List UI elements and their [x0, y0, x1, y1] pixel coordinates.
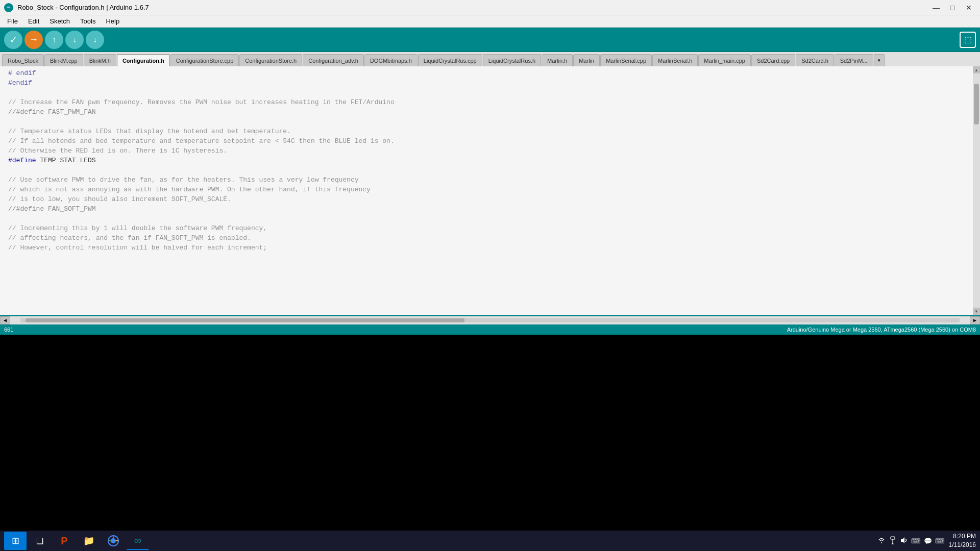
taskbar: ⊞ ❑ P 📁 ∞ ⌨ 💬 ⌨ 8:20 PM: [0, 531, 980, 551]
console-area: [0, 335, 980, 531]
code-line: //#define FAN_SOFT_PWM: [8, 204, 972, 214]
tab-sd2pinm[interactable]: Sd2PinM...: [835, 54, 873, 66]
line-number: 661: [4, 327, 13, 333]
clock-time: 8:20 PM: [949, 532, 976, 541]
menu-bar: File Edit Sketch Tools Help: [0, 15, 980, 28]
code-line: // Otherwise the RED led is on. There is…: [8, 146, 972, 156]
systray-chat-icon[interactable]: 💬: [924, 537, 932, 545]
tab-marlin-main[interactable]: Marlin_main.cpp: [698, 54, 751, 66]
systray-icons: ⌨ 💬 ⌨: [877, 536, 945, 546]
scroll-thumb[interactable]: [974, 84, 979, 124]
code-line: // which is not ass annoying as with the…: [8, 185, 972, 194]
tab-blinkm-cpp[interactable]: BlinkM.cpp: [44, 54, 83, 66]
svg-rect-2: [891, 537, 895, 539]
svg-marker-5: [901, 537, 904, 543]
tab-configuration-h[interactable]: Configuration.h: [117, 54, 170, 66]
hscroll-right-button[interactable]: ▶: [970, 316, 980, 324]
code-line: // Increase the FAN pwm frequency. Remov…: [8, 97, 972, 107]
taskbar-chrome[interactable]: [102, 532, 125, 550]
tab-marlin[interactable]: Marlin: [573, 54, 600, 66]
verify-button[interactable]: ✓: [4, 31, 22, 49]
save-button[interactable]: ↓: [86, 31, 104, 49]
new-button[interactable]: ↑: [45, 31, 63, 49]
taskbar-file-explorer[interactable]: 📁: [78, 532, 100, 550]
app-logo: ∞: [4, 3, 13, 12]
tab-sd2card-h[interactable]: Sd2Card.h: [796, 54, 834, 66]
open-button[interactable]: ↓: [65, 31, 84, 49]
code-line: // is too low, you should also increment…: [8, 194, 972, 204]
horizontal-scrollbar[interactable]: ◀ ▶: [0, 316, 980, 324]
code-line: [8, 165, 972, 175]
status-bar: 661 Arduino/Genuino Mega or Mega 2560, A…: [0, 324, 980, 335]
serial-monitor-button[interactable]: ⬚: [960, 32, 976, 48]
title-bar-left: ∞ Robo_Stock - Configuration.h | Arduino…: [4, 3, 149, 12]
code-line: //#define FAST_PWM_FAN: [8, 107, 972, 117]
tab-dogmbitmaps[interactable]: DOGMbitmaps.h: [364, 54, 418, 66]
code-line: // Use software PWM to drive the fan, as…: [8, 175, 972, 185]
start-button[interactable]: ⊞: [4, 532, 27, 550]
maximize-button[interactable]: □: [945, 2, 960, 13]
vertical-scrollbar[interactable]: ▲ ▼: [973, 66, 980, 315]
systray-usb-icon[interactable]: [889, 536, 897, 546]
editor-content: # endif #endif // Increase the FAN pwm f…: [0, 68, 980, 253]
tab-marlinserial-h[interactable]: MarlinSerial.h: [652, 54, 698, 66]
scroll-up-button[interactable]: ▲: [973, 66, 980, 73]
menu-sketch[interactable]: Sketch: [44, 15, 75, 28]
code-line: #define TEMP_STAT_LEDS: [8, 156, 972, 165]
systray-keyboard2-icon[interactable]: ⌨: [935, 537, 945, 545]
hscroll-left-button[interactable]: ◀: [0, 316, 10, 324]
scroll-down-button[interactable]: ▼: [973, 308, 980, 315]
code-line: // However, control resolution will be h…: [8, 243, 972, 253]
tab-configstore-h[interactable]: ConfigurationStore.h: [239, 54, 302, 66]
scroll-track: [973, 73, 980, 308]
code-line: # endif: [8, 68, 972, 78]
toolbar-right: ⬚: [960, 32, 976, 48]
window-controls[interactable]: — □ ✕: [929, 2, 976, 13]
toolbar: ✓ → ↑ ↓ ↓ ⬚: [0, 28, 980, 52]
tab-robo-stock[interactable]: Robo_Stock: [2, 54, 44, 66]
code-line: // affecting heaters, and the fan if FAN…: [8, 233, 972, 243]
tab-configstore-cpp[interactable]: ConfigurationStore.cpp: [170, 54, 239, 66]
taskbar-right: ⌨ 💬 ⌨ 8:20 PM 1/11/2016: [877, 532, 976, 549]
tabs-bar: Robo_Stock BlinkM.cpp BlinkM.h Configura…: [0, 52, 980, 66]
code-line: [8, 214, 972, 223]
taskbar-powerpoint[interactable]: P: [53, 532, 76, 550]
hscroll-track: [20, 318, 960, 322]
tab-liquidcrystal-cpp[interactable]: LiquidCrystalRus.cpp: [418, 54, 482, 66]
tab-sd2card-cpp[interactable]: Sd2Card.cpp: [751, 54, 795, 66]
code-line: // Temperature status LEDs that display …: [8, 127, 972, 136]
clock-date: 1/11/2016: [949, 541, 976, 549]
title-bar: ∞ Robo_Stock - Configuration.h | Arduino…: [0, 0, 980, 15]
menu-file[interactable]: File: [2, 15, 23, 28]
window-title: Robo_Stock - Configuration.h | Arduino 1…: [17, 4, 149, 11]
code-line: // If all hotends and bed temperature an…: [8, 136, 972, 146]
code-line: // Incrementing this by 1 will double th…: [8, 223, 972, 233]
system-clock[interactable]: 8:20 PM 1/11/2016: [949, 532, 976, 549]
code-editor[interactable]: # endif #endif // Increase the FAN pwm f…: [0, 66, 980, 316]
systray-network-icon[interactable]: [877, 536, 886, 546]
code-line: #endif: [8, 78, 972, 88]
tab-liquidcrystal-h[interactable]: LiquidCrystalRus.h: [483, 54, 541, 66]
taskbar-task-view[interactable]: ❑: [29, 532, 51, 550]
menu-help[interactable]: Help: [101, 15, 125, 28]
code-line: [8, 117, 972, 127]
tab-marlin-h[interactable]: Marlin.h: [542, 54, 573, 66]
menu-tools[interactable]: Tools: [75, 15, 101, 28]
svg-point-4: [892, 543, 893, 544]
svg-point-1: [111, 538, 116, 543]
board-info: Arduino/Genuino Mega or Mega 2560, ATmeg…: [787, 327, 976, 333]
hscroll-thumb[interactable]: [26, 318, 464, 322]
tab-blinkm-h[interactable]: BlinkM.h: [84, 54, 116, 66]
tab-more-button[interactable]: ▾: [874, 54, 885, 66]
close-button[interactable]: ✕: [962, 2, 976, 13]
systray-volume-icon[interactable]: [900, 536, 908, 546]
tab-marlinserial-cpp[interactable]: MarlinSerial.cpp: [600, 54, 652, 66]
tab-config-adv[interactable]: Configuration_adv.h: [303, 54, 364, 66]
systray-keyboard-icon[interactable]: ⌨: [911, 537, 921, 545]
code-line: [8, 88, 972, 97]
upload-button[interactable]: →: [24, 31, 43, 49]
minimize-button[interactable]: —: [929, 2, 943, 13]
taskbar-arduino[interactable]: ∞: [127, 532, 149, 550]
menu-edit[interactable]: Edit: [23, 15, 44, 28]
